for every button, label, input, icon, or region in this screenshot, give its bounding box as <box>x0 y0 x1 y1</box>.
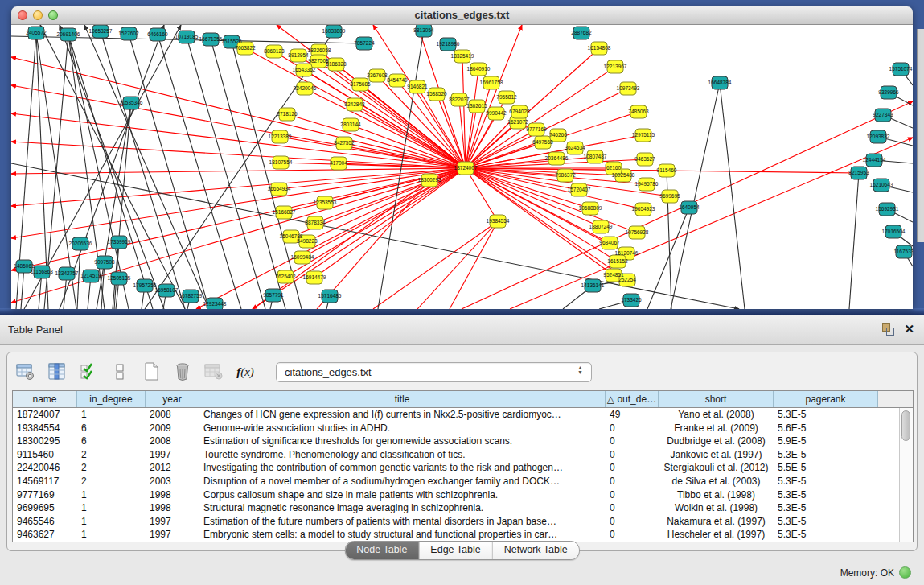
application-window: citations_edges.txt 24055722069140610653… <box>0 0 924 585</box>
column-header-title[interactable]: title <box>199 391 606 407</box>
graph-node-label: 8878334 <box>305 220 326 225</box>
graph-edge <box>373 221 498 309</box>
table-row[interactable]: 946362711997Embryonic stem cells: a mode… <box>13 528 913 542</box>
column-header-name[interactable]: name <box>13 391 77 407</box>
column-header-year[interactable]: year <box>146 391 199 407</box>
float-panel-icon[interactable] <box>881 323 894 336</box>
column-header-in_degree[interactable]: in_degree <box>77 391 146 407</box>
graph-node-label: 12505135 <box>108 275 131 281</box>
column-header-pagerank[interactable]: pagerank <box>774 391 878 407</box>
cell-short: Nakamura et al. (1997) <box>659 515 774 529</box>
table-panel-body: f(x) citations_edges.txt ▲▼ namein_degre… <box>6 352 918 551</box>
graph-node-label: 1214519 <box>80 273 101 278</box>
graph-node-label: 18724007 <box>454 165 478 171</box>
network-window: citations_edges.txt 24055722069140610653… <box>11 6 913 308</box>
cell-in_degree: 1 <box>77 408 146 422</box>
table-type-tabs: Node TableEdge TableNetwork Table <box>344 541 579 560</box>
select-columns-icon[interactable] <box>78 361 99 382</box>
delete-column-icon[interactable] <box>172 361 193 382</box>
graph-node-label: 8813054 <box>413 27 434 33</box>
cell-pagerank: 5.3E-5 <box>774 515 878 529</box>
cell-year: 1997 <box>146 528 199 542</box>
graph-node-label: 417004 <box>330 160 347 166</box>
new-column-icon[interactable] <box>141 361 162 382</box>
tab-network-table[interactable]: Network Table <box>493 542 579 559</box>
graph-node-label: 19495786 <box>635 181 659 187</box>
scrollbar-thumb[interactable] <box>901 410 910 441</box>
network-window-titlebar[interactable]: citations_edges.txt <box>11 6 913 25</box>
table-selector-dropdown[interactable]: citations_edges.txt ▲▼ <box>276 362 592 382</box>
table-row[interactable]: 1938455462009Genome-wide association stu… <box>13 422 913 435</box>
table-row[interactable]: 1872400712008Changes of HCN gene express… <box>13 408 913 422</box>
graph-edge <box>187 37 265 309</box>
table-row[interactable]: 2242004622012Investigating the contribut… <box>13 461 913 475</box>
graph-node-label: 16033809 <box>322 28 346 34</box>
cell-in_degree: 1 <box>77 501 146 515</box>
graph-node-label: 20535346 <box>120 100 143 105</box>
table-panel-header: Table Panel ✕ <box>0 315 924 345</box>
memory-status-indicator[interactable] <box>899 566 911 579</box>
row-height-icon[interactable] <box>109 361 130 382</box>
cell-out_degree: 49 <box>606 408 659 422</box>
table-row[interactable]: 969969511998Structural magnetic resonanc… <box>13 501 913 515</box>
graph-node-label: 16648784 <box>708 80 732 85</box>
graph-edge <box>466 69 478 168</box>
cell-pagerank: 5.9E-5 <box>774 435 878 448</box>
cell-in_degree: 1 <box>77 528 146 542</box>
table-body: 1872400712008Changes of HCN gene express… <box>13 408 913 542</box>
tab-node-table[interactable]: Node Table <box>345 542 419 559</box>
cell-pagerank: 5.5E-5 <box>774 461 878 475</box>
cell-short: de Silva et al. (2003) <box>659 475 774 488</box>
graph-node-label: 10719185 <box>175 34 199 39</box>
delete-table-icon[interactable] <box>203 361 224 382</box>
close-panel-icon[interactable]: ✕ <box>904 323 914 336</box>
graph-node-label: 20206536 <box>69 241 92 246</box>
cell-year: 1997 <box>146 515 199 529</box>
graph-node-label: 9097508 <box>94 259 115 265</box>
graph-node-label: 9227343 <box>873 112 893 117</box>
cell-name: 9115460 <box>13 448 77 462</box>
graph-node-label: 10973493 <box>617 85 640 91</box>
graph-node-label: 18807249 <box>589 224 613 229</box>
network-view-background-bottom <box>0 308 924 315</box>
citation-network-graph[interactable]: 2405572206914061065325715276026466160107… <box>11 25 913 309</box>
table-settings-icon[interactable] <box>15 361 36 382</box>
table-row[interactable]: 1456911722003Disruption of a novel membe… <box>13 475 913 488</box>
cell-short: Dudbridge et al. (2008) <box>659 435 774 448</box>
graph-node-label: 9242848 <box>344 101 365 107</box>
function-builder-icon[interactable]: f(x) <box>235 361 256 382</box>
cell-year: 2003 <box>146 475 199 488</box>
graph-edge <box>417 221 498 309</box>
table-row[interactable]: 977716911998Corpus callosum shape and si… <box>13 488 913 502</box>
cell-short: Tibbo et al. (1998) <box>659 488 774 502</box>
table-row[interactable]: 911546021997Tourette syndrome. Phenomeno… <box>13 448 913 462</box>
column-header-filler <box>878 391 913 407</box>
cell-pagerank: 5.3E-5 <box>774 501 878 515</box>
graph-node-label: 1733426 <box>621 297 642 303</box>
graph-node-label: 15166827 <box>273 209 296 215</box>
column-selector-icon[interactable] <box>47 361 68 382</box>
graph-node-label: 2803144 <box>340 122 361 127</box>
graph-node-label: 10807487 <box>584 154 607 159</box>
graph-node-label: 746266 <box>549 132 567 138</box>
graph-node-label: 10025488 <box>612 172 635 178</box>
table-row[interactable]: 946554611997Estimation of the future num… <box>13 515 913 529</box>
cell-title: Estimation of significance thresholds fo… <box>199 435 606 448</box>
column-header-short[interactable]: short <box>659 391 774 407</box>
graph-node-label: 7663822 <box>235 45 256 51</box>
tab-edge-table[interactable]: Edge Table <box>419 542 492 559</box>
table-row[interactable]: 1830029562008Estimation of significance … <box>13 435 913 448</box>
table-vertical-scrollbar[interactable] <box>899 408 913 542</box>
cell-year: 1998 <box>146 488 199 502</box>
graph-node-label: 17016504 <box>882 229 906 234</box>
network-canvas[interactable]: 2405572206914061065325715276026466160107… <box>11 25 913 309</box>
graph-node-label: 12213389 <box>269 134 292 139</box>
cell-name: 9777169 <box>13 488 77 502</box>
graph-node-label: 19384554 <box>487 218 510 224</box>
graph-node-label: 16543362 <box>293 67 316 72</box>
graph-node-label: 15716485 <box>318 293 342 299</box>
table-header-row: namein_degreeyeartitle△ out_de…shortpage… <box>13 391 913 408</box>
graph-node-label: 9990442 <box>486 110 507 116</box>
column-header-out_degree[interactable]: △ out_de… <box>606 391 659 407</box>
graph-node-label: 16154808 <box>588 45 611 51</box>
